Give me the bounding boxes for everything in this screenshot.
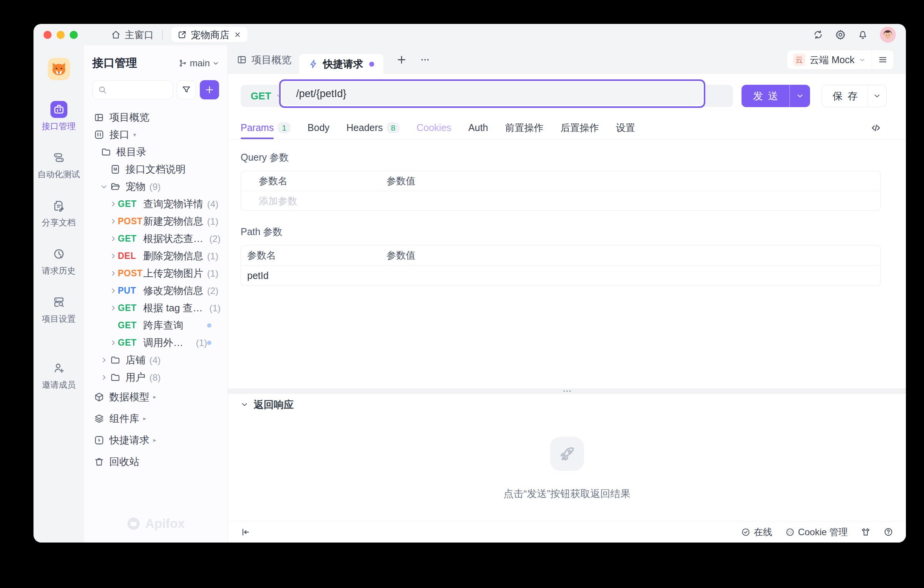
rail-item-api-manage[interactable]: 接口管理	[35, 101, 83, 132]
tree-item[interactable]: 回收站	[84, 451, 228, 472]
chevron-right-icon[interactable]	[109, 252, 118, 260]
tree-item[interactable]: POST上传宠物图片(1)	[84, 265, 228, 282]
path-param-row[interactable]: petId	[241, 265, 880, 286]
chevron-right-icon[interactable]	[109, 235, 118, 242]
tree-item[interactable]: GET跨库查询	[84, 317, 228, 334]
tree-item[interactable]: M接口文档说明	[84, 161, 228, 178]
env-menu-button[interactable]	[872, 55, 894, 65]
chevron-right-icon[interactable]	[99, 356, 109, 364]
new-tab-icon[interactable]	[396, 54, 407, 66]
add-param-row[interactable]: 添加参数	[241, 191, 880, 210]
tree-item[interactable]: 用户(8)	[84, 369, 228, 386]
titlebar: 主窗口 宠物商店	[33, 24, 906, 45]
request-tab-设置[interactable]: 设置	[616, 116, 635, 139]
filter-button[interactable]	[177, 80, 196, 99]
request-tab-auth[interactable]: Auth	[468, 116, 488, 139]
request-tab-body[interactable]: Body	[308, 116, 330, 139]
chevron-right-icon[interactable]	[109, 304, 118, 312]
tree-item[interactable]: DEL删除宠物信息(1)	[84, 247, 228, 265]
chevron-right-icon[interactable]	[99, 374, 109, 381]
mock-env-selector[interactable]: 云 云端 Mock	[787, 54, 872, 66]
expand-caret: ▸	[143, 415, 146, 422]
refresh-icon[interactable]	[813, 29, 824, 40]
url-input[interactable]: /pet/{petId}	[279, 79, 705, 108]
cookie-manager[interactable]: Cookie 管理	[785, 526, 848, 538]
rail-item-project-settings[interactable]: 项目设置	[35, 294, 83, 325]
request-tab-后置操作[interactable]: 后置操作	[561, 116, 599, 139]
help-button[interactable]	[884, 527, 893, 537]
tree-item[interactable]: 数据模型▸	[84, 386, 228, 408]
http-method-label: PUT	[118, 286, 143, 296]
sidebar: 接口管理 main	[84, 45, 228, 543]
tree-item[interactable]: 根目录	[84, 143, 228, 161]
collapse-chevron-icon[interactable]	[241, 401, 248, 408]
apifox-window: 主窗口 宠物商店 接口管理自动化测试分享文档请求历史项目设置邀请成员	[33, 24, 906, 543]
search-input[interactable]	[92, 80, 173, 99]
request-tab-headers[interactable]: Headers8	[346, 116, 400, 139]
branch-selector[interactable]: main	[179, 58, 219, 69]
tree-item[interactable]: 接口▾	[84, 126, 228, 143]
tree-item[interactable]: 快捷请求▸	[84, 429, 228, 451]
rail-item-invite[interactable]: 邀请成员	[35, 360, 83, 391]
gear-icon[interactable]	[835, 29, 846, 40]
send-options-chevron-icon[interactable]	[790, 92, 810, 100]
save-button[interactable]: 保存	[822, 85, 887, 107]
request-tab-前置操作[interactable]: 前置操作	[505, 116, 544, 139]
tree-item[interactable]: 组件库▸	[84, 408, 228, 429]
apifox-mark-icon	[127, 517, 141, 531]
tree-item[interactable]: 店铺(4)	[84, 351, 228, 369]
close-window-button[interactable]	[44, 31, 52, 39]
tree-item[interactable]: GET调用外部脚本(1)	[84, 334, 228, 351]
http-method-label: GET	[118, 338, 143, 348]
tree-item-label: 删除宠物信息	[143, 249, 203, 263]
add-button[interactable]	[200, 80, 219, 99]
tree-item-label: 新建宠物信息	[143, 215, 203, 228]
method-selector[interactable]: GET	[241, 90, 271, 102]
lightning-icon	[308, 59, 318, 69]
tree-item[interactable]: 项目概览	[84, 109, 228, 126]
send-button[interactable]: 发送	[742, 85, 810, 107]
path-param-name[interactable]: petId	[241, 270, 387, 281]
tree-item[interactable]: GET查询宠物详情(4)	[84, 195, 228, 213]
code-icon[interactable]	[870, 123, 881, 133]
online-status[interactable]: 在线	[741, 526, 772, 538]
http-method-label: DEL	[118, 251, 143, 261]
close-tab-icon[interactable]	[234, 31, 241, 39]
request-tab-params[interactable]: Params1	[241, 116, 291, 139]
main-window-tab[interactable]: 主窗口	[111, 29, 154, 41]
theme-button[interactable]	[861, 527, 870, 537]
chevron-right-icon[interactable]	[109, 287, 118, 294]
rail-item-share-doc[interactable]: 分享文档	[35, 197, 83, 228]
zoom-window-button[interactable]	[70, 31, 78, 39]
chevron-right-icon[interactable]	[109, 270, 118, 277]
apifox-logo[interactable]	[48, 58, 70, 80]
collapse-sidebar-icon[interactable]	[241, 527, 251, 537]
pane-resizer[interactable]	[228, 388, 906, 394]
tree-item[interactable]: 宠物(9)	[84, 178, 228, 195]
avatar[interactable]	[880, 27, 896, 43]
response-header[interactable]: 返回响应	[228, 394, 906, 415]
chevron-right-icon[interactable]	[109, 218, 118, 225]
rail-item-history[interactable]: 请求历史	[35, 245, 83, 277]
bell-icon[interactable]	[857, 29, 868, 40]
tab-count-badge: 1	[278, 122, 291, 133]
tree-item[interactable]: GET根据 tag 查找...(1)	[84, 299, 228, 317]
tab-quick-request[interactable]: 快捷请求	[299, 54, 383, 74]
chevron-right-icon[interactable]	[109, 339, 118, 346]
funnel-icon	[181, 85, 191, 95]
chevron-right-icon[interactable]	[109, 200, 118, 208]
tab-project-overview[interactable]: 项目概览	[237, 45, 291, 74]
save-options-chevron-icon[interactable]	[868, 92, 886, 100]
tree-item[interactable]: POST新建宠物信息(1)	[84, 213, 228, 230]
project-tab[interactable]: 宠物商店	[171, 27, 248, 42]
tree-item-label: 组件库	[109, 412, 139, 425]
chevron-down-icon[interactable]	[99, 183, 109, 191]
rail-item-automation[interactable]: 自动化测试	[35, 149, 83, 180]
tree-item[interactable]: GET根据状态查找...(2)	[84, 230, 228, 247]
folder-icon	[110, 355, 121, 365]
rail-item-label: 自动化测试	[38, 169, 80, 180]
minimize-window-button[interactable]	[57, 31, 65, 39]
more-tabs-icon[interactable]	[420, 54, 430, 65]
tree-item[interactable]: PUT修改宠物信息(2)	[84, 282, 228, 299]
request-tab-cookies[interactable]: Cookies	[417, 116, 451, 139]
